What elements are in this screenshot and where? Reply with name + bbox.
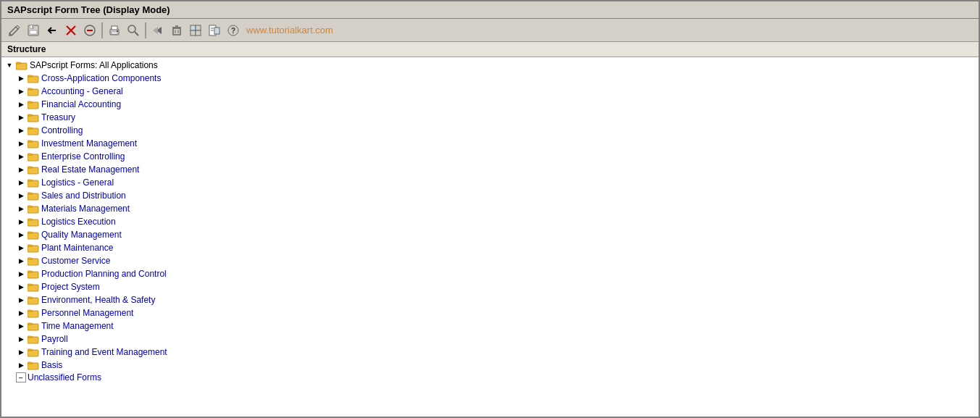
svg-rect-19 (190, 25, 196, 30)
tree-root[interactable]: SAPscript Forms: All Applications (1, 59, 979, 72)
tree-item[interactable]: Materials Management (1, 202, 979, 215)
tree-item[interactable]: Time Management (1, 319, 979, 333)
expand-icon-child[interactable] (16, 308, 26, 318)
expand-icon-child[interactable] (16, 360, 26, 370)
tree-children: Cross-Application ComponentsAccounting -… (1, 72, 979, 383)
expand-icon-child[interactable] (16, 269, 26, 279)
folder-icon (28, 359, 39, 371)
folder-icon (28, 203, 39, 214)
expand-icon-child[interactable] (16, 321, 26, 331)
item-label: Quality Management (41, 230, 122, 240)
cancel-button[interactable] (81, 22, 99, 39)
item-label: Financial Accounting (41, 99, 121, 109)
item-label: Real Estate Management (41, 164, 139, 175)
svg-rect-24 (214, 28, 219, 34)
expand-icon-child[interactable] (16, 334, 26, 344)
expand-icon-child[interactable] (16, 191, 26, 201)
tree-item[interactable]: Real Estate Management (1, 163, 979, 176)
expand-icon-child[interactable] (16, 256, 26, 266)
find-button[interactable] (125, 22, 142, 39)
expand-icon-child[interactable] (16, 138, 26, 149)
choose-button[interactable] (206, 22, 223, 39)
tree-item[interactable]: Accounting - General (1, 85, 979, 98)
svg-rect-22 (196, 30, 201, 35)
window-title: SAPscript Form Tree (Display Mode) (7, 4, 170, 15)
expand-icon-child[interactable] (16, 217, 26, 227)
tree-item[interactable]: Customer Service (1, 254, 979, 267)
folder-icon (28, 190, 39, 201)
tree-item[interactable]: Investment Management (1, 137, 979, 150)
folder-icon (28, 255, 39, 267)
expand-icon-child[interactable] (16, 204, 26, 214)
tree-item[interactable]: Cross-Application Components (1, 72, 979, 85)
expand-icon-child[interactable] (16, 243, 26, 253)
expand-icon-child[interactable] (16, 86, 26, 96)
item-label: Plant Maintenance (41, 243, 113, 253)
item-label: Environment, Health & Safety (41, 295, 155, 305)
tree-item[interactable]: Financial Accounting (1, 98, 979, 111)
folder-icon (28, 333, 39, 345)
svg-rect-20 (196, 25, 201, 30)
item-label: Payroll (41, 334, 68, 344)
expand-icon-child[interactable] (16, 295, 26, 305)
tree-item[interactable]: Payroll (1, 333, 979, 346)
expand-icon-child[interactable] (16, 112, 26, 122)
item-label: Personnel Management (41, 308, 133, 318)
expand-icon-child[interactable] (16, 282, 26, 292)
item-label: Materials Management (41, 204, 130, 214)
watermark: www.tutorialkart.com (246, 25, 333, 35)
title-bar: SAPscript Form Tree (Display Mode) (1, 1, 979, 19)
back-button[interactable] (43, 22, 61, 39)
tree-item[interactable]: Production Planning and Control (1, 267, 979, 280)
expand-icon-child[interactable] (16, 125, 26, 135)
item-label: Production Planning and Control (41, 269, 167, 279)
tree-item[interactable]: Enterprise Controlling (1, 150, 979, 163)
save-button[interactable] (25, 22, 42, 39)
folder-icon-root (16, 59, 28, 71)
item-label: Cross-Application Components (41, 73, 161, 83)
select-button[interactable] (187, 22, 204, 39)
expand-icon-child[interactable] (16, 230, 26, 240)
folder-icon (28, 268, 39, 280)
item-label: Accounting - General (41, 86, 123, 96)
first-button[interactable] (149, 22, 167, 39)
tree-container[interactable]: SAPscript Forms: All Applications Cross-… (1, 57, 979, 417)
tree-item[interactable]: Training and Event Management (1, 346, 979, 359)
help-button[interactable]: ? (225, 22, 242, 39)
sep-1 (101, 22, 103, 38)
tree-item[interactable]: Sales and Distribution (1, 189, 979, 202)
expand-icon-root[interactable] (4, 60, 14, 70)
tree-item[interactable]: Project System (1, 280, 979, 293)
expand-icon-child[interactable] (16, 151, 26, 162)
svg-rect-14 (173, 28, 180, 35)
folder-icon (28, 229, 39, 241)
folder-icon (28, 164, 39, 175)
item-label: Investment Management (41, 138, 137, 149)
exit-button[interactable] (62, 22, 80, 39)
tree-item[interactable]: Environment, Health & Safety (1, 293, 979, 306)
tree-item[interactable]: Treasury (1, 111, 979, 124)
tree-item[interactable]: Plant Maintenance (1, 241, 979, 254)
expand-icon-child[interactable] (16, 347, 26, 357)
tree-item[interactable]: Quality Management (1, 228, 979, 241)
tree-item[interactable]: Personnel Management (1, 306, 979, 319)
print-button[interactable] (106, 22, 123, 39)
expand-icon-child[interactable] (16, 73, 26, 83)
folder-icon (28, 72, 39, 84)
item-label: Time Management (41, 321, 114, 331)
expand-icon-child[interactable] (16, 372, 26, 383)
folder-icon (28, 216, 39, 227)
expand-icon-child[interactable] (16, 164, 26, 175)
item-label: Training and Event Management (41, 347, 167, 357)
folder-icon (28, 346, 39, 358)
tree-item[interactable]: Unclassified Forms (1, 372, 979, 383)
delete-button[interactable] (168, 22, 185, 39)
tree-item[interactable]: Basis (1, 359, 979, 372)
item-label: Customer Service (41, 256, 110, 266)
expand-icon-child[interactable] (16, 177, 26, 188)
edit-button[interactable] (6, 22, 23, 39)
tree-item[interactable]: Controlling (1, 124, 979, 137)
tree-item[interactable]: Logistics - General (1, 176, 979, 189)
tree-item[interactable]: Logistics Execution (1, 215, 979, 228)
expand-icon-child[interactable] (16, 99, 26, 109)
